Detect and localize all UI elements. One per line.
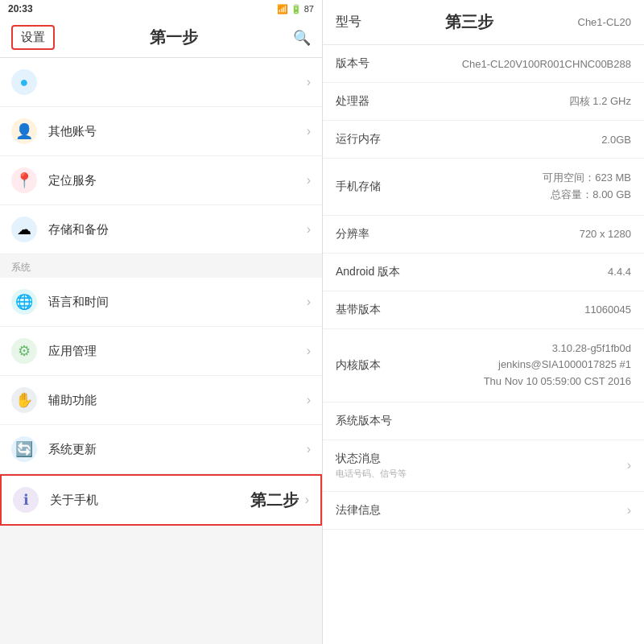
menu-item-storage[interactable]: ☁ 存储和备份 › <box>0 205 322 254</box>
menu-item-other-accounts[interactable]: 👤 其他账号 › <box>0 107 322 156</box>
list-item[interactable]: ● › <box>0 58 322 107</box>
item-icon: 🔄 <box>11 436 37 462</box>
version-value: Che1-CL20V100R001CHNC00B288 <box>408 58 631 70</box>
info-row-storage: 手机存储 可用空间：623 MB总容量：8.00 GB <box>323 159 644 216</box>
item-label: 语言和时间 <box>48 295 307 310</box>
info-row-android-version: Android 版本 4.4.4 <box>323 254 644 291</box>
item-icon: ● <box>11 69 37 95</box>
model-value: Che1-CL20 <box>578 16 632 28</box>
info-row-version: 版本号 Che1-CL20V100R001CHNC00B288 <box>323 45 644 83</box>
menu-item-system-update[interactable]: 🔄 系统更新 › <box>0 425 322 474</box>
item-icon: 👤 <box>11 118 37 144</box>
menu-item-language[interactable]: 🌐 语言和时间 › <box>0 278 322 327</box>
status-icons: 📶 🔋 87 <box>277 4 314 14</box>
item-label: 其他账号 <box>48 124 307 139</box>
info-row-processor: 处理器 四核 1.2 GHz <box>323 83 644 121</box>
status-signal-icons: 📶 🔋 <box>277 4 302 14</box>
android-version-value: 4.4.4 <box>408 266 631 278</box>
storage-label: 手机存储 <box>336 180 400 194</box>
status-bar: 20:33 📶 🔋 87 <box>0 0 322 18</box>
chevron-right-icon: › <box>307 344 311 358</box>
about-row: ℹ 关于手机 第二步 › <box>13 487 309 513</box>
info-row-system-version: 系统版本号 <box>323 402 644 440</box>
chevron-right-icon: › <box>307 75 311 89</box>
resolution-value: 720 x 1280 <box>408 228 631 240</box>
version-label: 版本号 <box>336 56 400 71</box>
item-label: 辅助功能 <box>48 393 307 408</box>
baseband-value: 11060045 <box>408 303 631 316</box>
step3-label: 第三步 <box>445 11 493 33</box>
kernel-value: 3.10.28-g5f1fb0djenkins@SIA1000017825 #1… <box>408 341 631 390</box>
item-label: 应用管理 <box>48 344 307 359</box>
item-icon: 📍 <box>11 167 37 193</box>
ram-value: 2.0GB <box>408 134 631 146</box>
baseband-label: 基带版本 <box>336 303 400 317</box>
chevron-right-icon: › <box>307 295 311 309</box>
processor-value: 四核 1.2 GHz <box>408 94 631 109</box>
left-panel-title: 第一步 <box>150 27 198 48</box>
info-row-resolution: 分辨率 720 x 1280 <box>323 216 644 254</box>
chevron-right-icon: › <box>305 493 309 507</box>
right-header: 型号 第三步 Che1-CL20 <box>323 0 644 45</box>
chevron-right-icon: › <box>627 503 631 518</box>
processor-label: 处理器 <box>336 94 400 109</box>
status-sublabel: 电话号码、信号等 <box>336 468 407 480</box>
chevron-right-icon: › <box>307 173 311 188</box>
battery-level: 87 <box>304 4 314 14</box>
step2-label: 第二步 <box>250 489 299 511</box>
system-version-label: 系统版本号 <box>336 414 400 428</box>
item-icon: 🌐 <box>11 289 37 315</box>
menu-item-accessibility[interactable]: ✋ 辅助功能 › <box>0 376 322 425</box>
chevron-right-icon: › <box>627 458 631 473</box>
chevron-right-icon: › <box>307 442 311 456</box>
info-row-kernel: 内核版本 3.10.28-g5f1fb0djenkins@SIA10000178… <box>323 329 644 402</box>
right-panel: 型号 第三步 Che1-CL20 版本号 Che1-CL20V100R001CH… <box>322 0 644 644</box>
item-icon: ⚙ <box>11 338 37 364</box>
info-row-baseband: 基带版本 11060045 <box>323 291 644 329</box>
model-label: 型号 <box>336 14 361 31</box>
chevron-right-icon: › <box>307 222 311 237</box>
status-time: 20:33 <box>8 3 33 14</box>
menu-item-about-phone[interactable]: ℹ 关于手机 第二步 › <box>0 474 322 526</box>
resolution-label: 分辨率 <box>336 227 400 242</box>
item-label: 系统更新 <box>48 442 307 457</box>
info-row-legal[interactable]: 法律信息 › <box>323 492 644 530</box>
chevron-right-icon: › <box>307 393 311 407</box>
section-label-system: 系统 <box>0 254 322 278</box>
menu-item-app-management[interactable]: ⚙ 应用管理 › <box>0 327 322 376</box>
android-version-label: Android 版本 <box>336 265 400 279</box>
info-row-ram: 运行内存 2.0GB <box>323 121 644 159</box>
item-icon: ☁ <box>11 217 37 242</box>
status-info-labels: 状态消息 电话号码、信号等 <box>336 452 407 480</box>
top-bar: 设置 第一步 🔍 <box>0 18 322 58</box>
storage-value: 可用空间：623 MB总容量：8.00 GB <box>408 170 631 204</box>
item-icon: ✋ <box>11 387 37 413</box>
left-panel: 20:33 📶 🔋 87 设置 第一步 🔍 ● › 👤 其他账号 › 📍 定位服… <box>0 0 322 644</box>
settings-button[interactable]: 设置 <box>11 25 55 50</box>
about-icon: ℹ <box>13 487 39 513</box>
status-label: 状态消息 <box>336 452 407 466</box>
search-icon[interactable]: 🔍 <box>293 29 311 47</box>
about-phone-label: 关于手机 <box>50 493 244 508</box>
kernel-label: 内核版本 <box>336 358 400 373</box>
item-label: 定位服务 <box>48 173 307 188</box>
info-row-status[interactable]: 状态消息 电话号码、信号等 › <box>323 440 644 492</box>
menu-item-location[interactable]: 📍 定位服务 › <box>0 156 322 205</box>
legal-label: 法律信息 <box>336 503 400 518</box>
item-label: 存储和备份 <box>48 222 307 237</box>
chevron-right-icon: › <box>307 124 311 138</box>
ram-label: 运行内存 <box>336 132 400 147</box>
